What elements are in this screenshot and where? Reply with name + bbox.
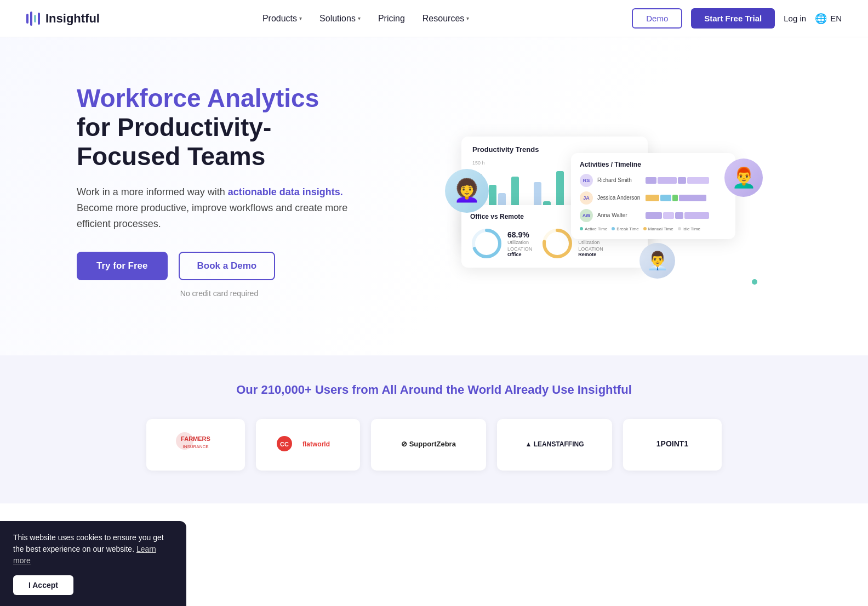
person-name: Anna Walter xyxy=(597,212,641,218)
logo[interactable]: Insightful xyxy=(26,12,100,26)
svg-text:⊘ SupportZebra: ⊘ SupportZebra xyxy=(401,440,456,448)
person-face-icon: 👩‍🦱 xyxy=(453,178,481,203)
office-label: 68.9% Utilization LOCATIONOffice xyxy=(507,230,532,257)
accent-dot xyxy=(752,279,757,285)
navbar: Insightful Products ▾ Solutions ▾ Pricin… xyxy=(0,0,868,37)
svg-text:1POINT1: 1POINT1 xyxy=(656,439,689,448)
svg-text:flatworld: flatworld xyxy=(302,440,330,448)
remote-donut-chart xyxy=(541,227,574,260)
logo-1point1: 1POINT1 xyxy=(623,419,722,471)
activity-row: JA Jessica Anderson xyxy=(580,191,727,205)
nav-pricing[interactable]: Pricing xyxy=(378,14,405,24)
hero-description: Work in a more informed way with actiona… xyxy=(77,184,362,231)
hero-title: Workforce Analytics for Productivity-Foc… xyxy=(77,84,362,171)
avatar-person-2: 👩‍🦱 xyxy=(445,169,489,213)
timeline-bars xyxy=(646,177,727,184)
avatar: AW xyxy=(580,209,593,222)
activities-card: Activities / Timeline RS Richard Smith J… xyxy=(571,153,735,239)
logo-flatworld: CC flatworld xyxy=(256,419,360,471)
activity-legend: Active Time Break Time Manual Time Idle … xyxy=(580,226,727,231)
svg-text:CC: CC xyxy=(280,441,289,448)
nav-resources[interactable]: Resources ▾ xyxy=(422,14,469,24)
nav-actions: Demo Start Free Trial Log in 🌐 EN xyxy=(632,8,842,29)
person-name: Jessica Anderson xyxy=(597,195,641,201)
person-name: Richard Smith xyxy=(597,177,641,183)
book-demo-button[interactable]: Book a Demo xyxy=(179,252,276,280)
logo-icon xyxy=(26,12,40,26)
timeline-bars xyxy=(646,195,727,201)
login-button[interactable]: Log in xyxy=(784,14,806,23)
demo-button[interactable]: Demo xyxy=(632,8,682,29)
globe-icon: 🌐 xyxy=(815,13,827,25)
timeline-bars xyxy=(646,212,727,219)
logo-farmers: FARMERS INSURANCE xyxy=(146,419,245,471)
logo-leanstaffing: ▲ LEANSTAFFING xyxy=(497,419,612,471)
hero-section: Workforce Analytics for Productivity-Foc… xyxy=(0,37,868,355)
chevron-down-icon: ▾ xyxy=(299,15,302,21)
1point-logo: 1POINT1 xyxy=(639,430,705,457)
language-selector[interactable]: 🌐 EN xyxy=(815,13,842,25)
svg-text:INSURANCE: INSURANCE xyxy=(182,444,208,449)
hero-content: Workforce Analytics for Productivity-Foc… xyxy=(77,84,362,297)
person-face-icon: 👨‍💼 xyxy=(647,250,669,271)
farmers-logo: FARMERS INSURANCE xyxy=(163,430,229,457)
activity-row: AW Anna Walter xyxy=(580,209,727,222)
nav-products[interactable]: Products ▾ xyxy=(262,14,302,24)
logo-supportzebra: ⊘ SupportZebra xyxy=(371,419,486,471)
no-credit-card-text: No credit card required xyxy=(77,289,362,298)
nav-solutions[interactable]: Solutions ▾ xyxy=(319,14,361,24)
avatar-person-1: 👨‍🦰 xyxy=(724,158,763,197)
avatar-person-3: 👨‍💼 xyxy=(639,243,675,279)
flatworld-logo: CC flatworld xyxy=(272,430,344,457)
svg-text:FARMERS: FARMERS xyxy=(181,435,210,442)
chevron-down-icon: ▾ xyxy=(358,15,361,21)
try-for-free-button[interactable]: Try for Free xyxy=(77,252,168,280)
nav-links: Products ▾ Solutions ▾ Pricing Resources… xyxy=(262,14,469,24)
dashboard-mockup: Productivity Trends 150 h 90 h 60 h 30 h… xyxy=(362,137,824,246)
social-proof-section: Our 210,000+ Users from All Around the W… xyxy=(0,355,868,503)
lean-logo: ▲ LEANSTAFFING xyxy=(513,430,596,457)
social-proof-title: Our 210,000+ Users from All Around the W… xyxy=(44,383,824,397)
hero-buttons: Try for Free Book a Demo xyxy=(77,252,362,280)
avatar: JA xyxy=(580,191,593,205)
start-trial-button[interactable]: Start Free Trial xyxy=(691,8,775,29)
svg-text:▲ LEANSTAFFING: ▲ LEANSTAFFING xyxy=(526,440,584,448)
activity-row: RS Richard Smith xyxy=(580,174,727,187)
zebra-logo: ⊘ SupportZebra xyxy=(387,430,470,457)
dashboard-cards: Productivity Trends 150 h 90 h 60 h 30 h… xyxy=(461,137,724,246)
avatar: RS xyxy=(580,174,593,187)
chevron-down-icon: ▾ xyxy=(466,15,469,21)
office-donut-chart xyxy=(470,227,503,260)
person-face-icon: 👨‍🦰 xyxy=(732,166,756,189)
office-stat: 68.9% Utilization LOCATIONOffice xyxy=(470,227,532,260)
logo-text: Insightful xyxy=(45,12,100,26)
client-logos: FARMERS INSURANCE CC flatworld ⊘ Support… xyxy=(44,419,824,471)
